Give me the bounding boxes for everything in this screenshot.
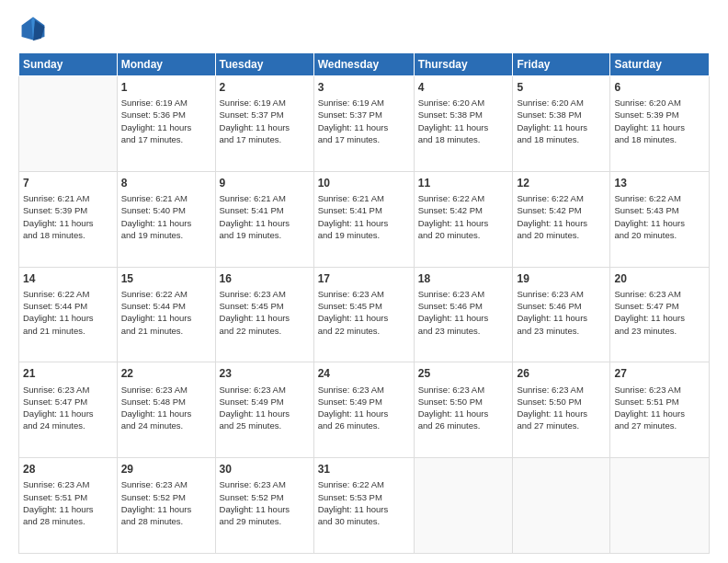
- calendar-cell: [610, 458, 710, 554]
- cell-info: Sunrise: 6:21 AM Sunset: 5:39 PM Dayligh…: [23, 192, 113, 241]
- day-number: 1: [121, 80, 211, 95]
- day-number: 25: [418, 366, 509, 381]
- header: [18, 14, 710, 43]
- cell-info: Sunrise: 6:23 AM Sunset: 5:50 PM Dayligh…: [418, 384, 509, 432]
- calendar-cell: 9Sunrise: 6:21 AM Sunset: 5:41 PM Daylig…: [215, 171, 313, 267]
- cell-info: Sunrise: 6:22 AM Sunset: 5:42 PM Dayligh…: [418, 192, 509, 241]
- cell-info: Sunrise: 6:19 AM Sunset: 5:37 PM Dayligh…: [318, 97, 410, 145]
- cell-info: Sunrise: 6:23 AM Sunset: 5:51 PM Dayligh…: [614, 384, 705, 432]
- calendar-cell: 26Sunrise: 6:23 AM Sunset: 5:50 PM Dayli…: [513, 362, 610, 458]
- calendar-cell: 27Sunrise: 6:23 AM Sunset: 5:51 PM Dayli…: [610, 362, 710, 458]
- day-number: 31: [318, 462, 410, 477]
- cell-info: Sunrise: 6:23 AM Sunset: 5:49 PM Dayligh…: [318, 384, 410, 432]
- day-number: 18: [418, 271, 509, 286]
- calendar-cell: 12Sunrise: 6:22 AM Sunset: 5:42 PM Dayli…: [513, 171, 610, 267]
- calendar-cell: 6Sunrise: 6:20 AM Sunset: 5:39 PM Daylig…: [610, 76, 710, 172]
- weekday-header-friday: Friday: [513, 53, 610, 76]
- logo-icon: [18, 14, 48, 43]
- calendar-cell: 4Sunrise: 6:20 AM Sunset: 5:38 PM Daylig…: [414, 76, 513, 172]
- calendar-cell: 21Sunrise: 6:23 AM Sunset: 5:47 PM Dayli…: [19, 362, 118, 458]
- calendar-cell: 17Sunrise: 6:23 AM Sunset: 5:45 PM Dayli…: [313, 267, 414, 362]
- calendar-cell: 25Sunrise: 6:23 AM Sunset: 5:50 PM Dayli…: [414, 362, 513, 458]
- cell-info: Sunrise: 6:20 AM Sunset: 5:38 PM Dayligh…: [517, 97, 606, 145]
- calendar-cell: 2Sunrise: 6:19 AM Sunset: 5:37 PM Daylig…: [215, 76, 313, 172]
- day-number: 10: [318, 176, 410, 190]
- calendar-cell: 30Sunrise: 6:23 AM Sunset: 5:52 PM Dayli…: [215, 458, 313, 554]
- cell-info: Sunrise: 6:21 AM Sunset: 5:41 PM Dayligh…: [318, 192, 410, 241]
- day-number: 15: [121, 271, 211, 286]
- calendar-cell: 13Sunrise: 6:22 AM Sunset: 5:43 PM Dayli…: [610, 171, 710, 267]
- day-number: 27: [614, 366, 705, 381]
- calendar-cell: 5Sunrise: 6:20 AM Sunset: 5:38 PM Daylig…: [513, 76, 610, 172]
- cell-info: Sunrise: 6:23 AM Sunset: 5:45 PM Dayligh…: [220, 288, 310, 337]
- cell-info: Sunrise: 6:23 AM Sunset: 5:46 PM Dayligh…: [517, 288, 606, 337]
- calendar-cell: 7Sunrise: 6:21 AM Sunset: 5:39 PM Daylig…: [19, 171, 118, 267]
- cell-info: Sunrise: 6:22 AM Sunset: 5:44 PM Dayligh…: [23, 288, 113, 337]
- cell-info: Sunrise: 6:22 AM Sunset: 5:53 PM Dayligh…: [318, 478, 410, 527]
- svg-marker-1: [33, 20, 44, 40]
- calendar-cell: 23Sunrise: 6:23 AM Sunset: 5:49 PM Dayli…: [215, 362, 313, 458]
- calendar-cell: [414, 458, 513, 554]
- cell-info: Sunrise: 6:23 AM Sunset: 5:50 PM Dayligh…: [517, 384, 606, 432]
- weekday-header-row: SundayMondayTuesdayWednesdayThursdayFrid…: [19, 53, 710, 76]
- calendar-cell: 19Sunrise: 6:23 AM Sunset: 5:46 PM Dayli…: [513, 267, 610, 362]
- day-number: 4: [418, 80, 509, 95]
- calendar-cell: 8Sunrise: 6:21 AM Sunset: 5:40 PM Daylig…: [117, 171, 215, 267]
- logo: [18, 14, 51, 43]
- day-number: 2: [220, 80, 310, 95]
- calendar-cell: 14Sunrise: 6:22 AM Sunset: 5:44 PM Dayli…: [19, 267, 118, 362]
- cell-info: Sunrise: 6:22 AM Sunset: 5:43 PM Dayligh…: [614, 192, 705, 241]
- day-number: 21: [23, 366, 113, 381]
- day-number: 26: [517, 366, 606, 381]
- weekday-header-wednesday: Wednesday: [313, 53, 414, 76]
- calendar-cell: 20Sunrise: 6:23 AM Sunset: 5:47 PM Dayli…: [610, 267, 710, 362]
- calendar-cell: [19, 76, 118, 172]
- cell-info: Sunrise: 6:19 AM Sunset: 5:36 PM Dayligh…: [121, 97, 211, 145]
- calendar-cell: 1Sunrise: 6:19 AM Sunset: 5:36 PM Daylig…: [117, 76, 215, 172]
- day-number: 16: [220, 271, 310, 286]
- day-number: 30: [220, 462, 310, 477]
- calendar-cell: 3Sunrise: 6:19 AM Sunset: 5:37 PM Daylig…: [313, 76, 414, 172]
- cell-info: Sunrise: 6:21 AM Sunset: 5:40 PM Dayligh…: [121, 192, 211, 241]
- day-number: 13: [614, 176, 705, 190]
- cell-info: Sunrise: 6:23 AM Sunset: 5:45 PM Dayligh…: [318, 288, 410, 337]
- calendar-cell: 10Sunrise: 6:21 AM Sunset: 5:41 PM Dayli…: [313, 171, 414, 267]
- calendar-cell: 29Sunrise: 6:23 AM Sunset: 5:52 PM Dayli…: [117, 458, 215, 554]
- day-number: 29: [121, 462, 211, 477]
- day-number: 5: [517, 80, 606, 95]
- calendar-header: SundayMondayTuesdayWednesdayThursdayFrid…: [19, 53, 710, 76]
- cell-info: Sunrise: 6:23 AM Sunset: 5:46 PM Dayligh…: [418, 288, 509, 337]
- cell-info: Sunrise: 6:23 AM Sunset: 5:47 PM Dayligh…: [614, 288, 705, 337]
- cell-info: Sunrise: 6:23 AM Sunset: 5:52 PM Dayligh…: [220, 478, 310, 527]
- cell-info: Sunrise: 6:22 AM Sunset: 5:44 PM Dayligh…: [121, 288, 211, 337]
- calendar-week-row: 7Sunrise: 6:21 AM Sunset: 5:39 PM Daylig…: [19, 171, 710, 267]
- day-number: 22: [121, 366, 211, 381]
- calendar-cell: 15Sunrise: 6:22 AM Sunset: 5:44 PM Dayli…: [117, 267, 215, 362]
- page: SundayMondayTuesdayWednesdayThursdayFrid…: [0, 0, 728, 563]
- calendar-cell: 24Sunrise: 6:23 AM Sunset: 5:49 PM Dayli…: [313, 362, 414, 458]
- calendar-cell: 31Sunrise: 6:22 AM Sunset: 5:53 PM Dayli…: [313, 458, 414, 554]
- day-number: 28: [23, 462, 113, 477]
- calendar-week-row: 14Sunrise: 6:22 AM Sunset: 5:44 PM Dayli…: [19, 267, 710, 362]
- day-number: 24: [318, 366, 410, 381]
- cell-info: Sunrise: 6:23 AM Sunset: 5:47 PM Dayligh…: [23, 384, 113, 432]
- calendar-cell: 16Sunrise: 6:23 AM Sunset: 5:45 PM Dayli…: [215, 267, 313, 362]
- weekday-header-monday: Monday: [117, 53, 215, 76]
- cell-info: Sunrise: 6:19 AM Sunset: 5:37 PM Dayligh…: [220, 97, 310, 145]
- cell-info: Sunrise: 6:20 AM Sunset: 5:39 PM Dayligh…: [614, 97, 705, 145]
- day-number: 20: [614, 271, 705, 286]
- cell-info: Sunrise: 6:21 AM Sunset: 5:41 PM Dayligh…: [220, 192, 310, 241]
- calendar-cell: 18Sunrise: 6:23 AM Sunset: 5:46 PM Dayli…: [414, 267, 513, 362]
- calendar-week-row: 21Sunrise: 6:23 AM Sunset: 5:47 PM Dayli…: [19, 362, 710, 458]
- cell-info: Sunrise: 6:23 AM Sunset: 5:48 PM Dayligh…: [121, 384, 211, 432]
- calendar-table: SundayMondayTuesdayWednesdayThursdayFrid…: [18, 52, 710, 554]
- day-number: 8: [121, 176, 211, 190]
- calendar-cell: 28Sunrise: 6:23 AM Sunset: 5:51 PM Dayli…: [19, 458, 118, 554]
- day-number: 9: [220, 176, 310, 190]
- cell-info: Sunrise: 6:23 AM Sunset: 5:52 PM Dayligh…: [121, 478, 211, 527]
- day-number: 6: [614, 80, 705, 95]
- calendar-cell: 11Sunrise: 6:22 AM Sunset: 5:42 PM Dayli…: [414, 171, 513, 267]
- day-number: 12: [517, 176, 606, 190]
- calendar-week-row: 1Sunrise: 6:19 AM Sunset: 5:36 PM Daylig…: [19, 76, 710, 172]
- weekday-header-tuesday: Tuesday: [215, 53, 313, 76]
